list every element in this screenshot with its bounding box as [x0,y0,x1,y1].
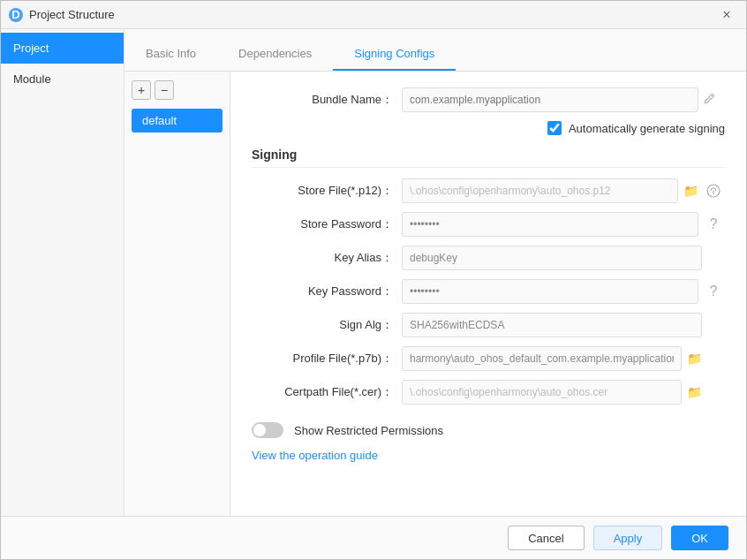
bundle-name-input[interactable] [402,87,698,112]
key-alias-label: Key Alias： [252,250,402,266]
bundle-name-field [402,87,698,112]
profile-file-input[interactable] [402,346,682,371]
profile-file-folder-icon[interactable]: 📁 [687,352,702,366]
signing-form: Bundle Name： Automatically generate sign… [230,72,746,516]
certpath-file-input[interactable] [402,380,682,405]
project-structure-dialog: D Project Structure × Project Module Bas… [0,0,747,560]
key-alias-field [402,246,702,270]
operation-guide-link[interactable]: View the operation guide [252,449,378,462]
store-file-row: Store File(*.p12)： 📁 [252,178,725,203]
sign-alg-row: Sign Alg： [252,313,725,337]
restricted-permissions-toggle[interactable] [252,422,283,438]
key-alias-row: Key Alias： [252,246,725,270]
sign-alg-input[interactable] [402,313,702,337]
main-content: Project Module Basic Info Dependencies S… [1,29,746,516]
toggle-knob [253,424,266,436]
store-password-help-icon[interactable]: ? [702,216,725,232]
remove-config-button[interactable]: − [155,80,174,100]
apply-button[interactable]: Apply [593,526,663,550]
bundle-name-edit-icon [702,92,725,109]
store-password-row: Store Password： ? [252,212,725,237]
bundle-name-label: Bundle Name： [252,92,402,108]
signing-section-title: Signing [252,148,725,168]
store-file-folder-icon[interactable]: 📁 [683,184,698,198]
ok-button[interactable]: OK [671,526,728,550]
key-password-input[interactable] [402,279,698,304]
sidebar-item-project[interactable]: Project [1,33,124,64]
close-button[interactable]: × [714,3,739,27]
sign-alg-field [402,313,702,337]
cancel-button[interactable]: Cancel [508,526,584,550]
certpath-file-label: Certpath File(*.cer)： [252,384,402,400]
sidebar-item-module[interactable]: Module [1,64,124,95]
app-icon: D [8,7,24,23]
tab-dependencies[interactable]: Dependencies [217,47,333,71]
bundle-name-row: Bundle Name： [252,87,725,112]
auto-sign-row: Automatically generate signing [252,121,725,135]
store-file-field: 📁 [402,178,698,203]
store-password-field [402,212,698,237]
certpath-file-row: Certpath File(*.cer)： 📁 [252,380,725,405]
certpath-file-field: 📁 [402,380,702,405]
config-toolbar: + − [132,80,223,100]
profile-file-label: Profile File(*.p7b)： [252,351,402,367]
title-bar: D Project Structure × [1,1,746,29]
certpath-file-folder-icon[interactable]: 📁 [687,385,702,399]
auto-sign-checkbox[interactable] [547,121,562,135]
restricted-permissions-row: Show Restricted Permissions [252,422,725,438]
tab-basic-info[interactable]: Basic Info [124,47,217,71]
key-password-row: Key Password： ? [252,279,725,304]
key-password-field [402,279,698,304]
add-config-button[interactable]: + [132,80,151,100]
signing-fields: Store File(*.p12)： 📁 Store Password [252,178,725,413]
store-password-input[interactable] [402,212,698,237]
store-file-input[interactable] [402,178,678,203]
auto-sign-label: Automatically generate signing [569,122,725,135]
tab-content-area: + − default Bundle Name： [124,72,746,516]
fingerprint-icon[interactable] [702,183,725,199]
footer: Cancel Apply OK [1,516,746,559]
sign-alg-label: Sign Alg： [252,317,402,333]
sidebar: Project Module [1,29,124,516]
key-alias-input[interactable] [402,246,702,270]
restricted-permissions-label: Show Restricted Permissions [294,424,443,437]
tabs: Basic Info Dependencies Signing Configs [124,29,746,72]
tab-signing-configs[interactable]: Signing Configs [333,47,456,71]
store-password-label: Store Password： [252,216,402,232]
profile-file-field: 📁 [402,346,702,371]
config-default-item[interactable]: default [132,109,223,132]
profile-file-row: Profile File(*.p7b)： 📁 [252,346,725,371]
config-list-panel: + − default [124,72,230,516]
dialog-title: Project Structure [29,8,714,21]
right-panel: Basic Info Dependencies Signing Configs … [124,29,746,516]
key-password-help-icon[interactable]: ? [702,284,725,299]
store-file-label: Store File(*.p12)： [252,183,402,199]
svg-text:D: D [11,8,19,21]
key-password-label: Key Password： [252,284,402,299]
